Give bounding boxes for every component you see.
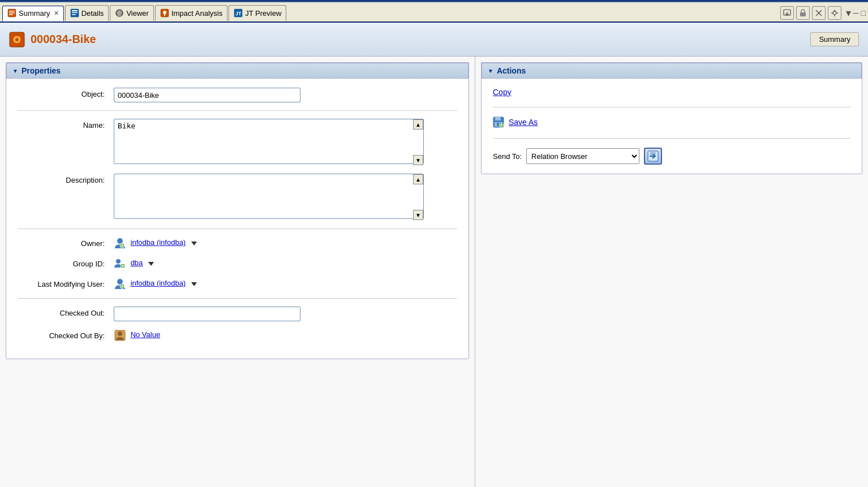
tab-summary-close[interactable]: ✕	[54, 10, 59, 17]
toolbar-close-btn[interactable]	[812, 6, 826, 20]
actions-divider-1	[493, 107, 850, 107]
last-modifying-user-value[interactable]: infodba (infodba)	[131, 279, 186, 287]
prop-row-checked-out: Checked Out:	[18, 307, 457, 321]
group-id-icon	[114, 257, 126, 270]
object-label: Object:	[18, 88, 114, 98]
impact-tab-icon	[160, 8, 169, 18]
tab-jt-preview[interactable]: JT JT Preview	[229, 5, 286, 21]
actions-collapse-icon: ▼	[488, 68, 493, 74]
toolbar-settings-btn[interactable]	[828, 6, 841, 20]
send-to-label: Send To:	[493, 152, 522, 161]
svg-rect-1	[9, 11, 15, 12]
owner-value-container: infodba (infodba)	[114, 237, 457, 249]
description-textarea[interactable]	[114, 174, 424, 219]
minimize-btn[interactable]: ─	[853, 8, 859, 18]
tab-impact-analysis-label: Impact Analysis	[171, 9, 222, 18]
checked-out-by-label: Checked Out By:	[18, 329, 114, 340]
svg-point-12	[163, 11, 166, 14]
separator-2	[18, 229, 457, 229]
properties-section-header[interactable]: ▼ Properties	[6, 63, 469, 79]
send-to-go-button[interactable]	[644, 148, 662, 165]
owner-value[interactable]: infodba (infodba)	[131, 238, 186, 247]
tab-impact-analysis[interactable]: Impact Analysis	[155, 5, 227, 21]
svg-rect-2	[9, 12, 15, 14]
toolbar-lock-btn[interactable]	[796, 6, 810, 20]
svg-rect-51	[650, 152, 656, 155]
details-tab-icon	[70, 8, 79, 18]
prop-row-checked-out-by: Checked Out By: No Value	[18, 329, 457, 342]
actions-section-header[interactable]: ▼ Actions	[482, 63, 862, 79]
svg-rect-13	[164, 14, 165, 16]
svg-rect-5	[72, 10, 78, 11]
object-input[interactable]	[114, 88, 300, 102]
description-textarea-wrapper: ▲ ▼	[114, 174, 424, 221]
name-scroll-down[interactable]: ▼	[413, 155, 423, 165]
prop-row-object: Object:	[18, 88, 457, 102]
summary-button[interactable]: Summary	[810, 32, 859, 46]
maximize-btn[interactable]: □	[861, 8, 866, 18]
svg-rect-6	[72, 12, 78, 14]
svg-point-28	[15, 38, 19, 41]
save-as-link[interactable]: Save As	[509, 118, 538, 127]
name-textarea-wrapper: Bike ▲ ▼	[114, 119, 424, 166]
description-scroll-down[interactable]: ▼	[413, 210, 423, 220]
left-panel: ▼ Properties Object: Name:	[0, 57, 475, 487]
svg-point-33	[116, 259, 121, 264]
svg-point-42	[118, 331, 122, 336]
summary-tab-icon	[7, 8, 16, 18]
description-scroll-up[interactable]: ▲	[413, 174, 423, 184]
checked-out-label: Checked Out:	[18, 307, 114, 317]
page-title: 000034-Bike	[31, 33, 96, 46]
properties-collapse-icon: ▼	[12, 68, 18, 74]
name-textarea[interactable]: Bike	[114, 119, 424, 164]
right-panel: ▼ Actions Copy	[475, 57, 868, 487]
svg-text:JT: JT	[235, 11, 242, 16]
jt-tab-icon: JT	[234, 8, 243, 18]
actions-section: ▼ Actions Copy	[481, 62, 862, 174]
tab-summary[interactable]: Summary ✕	[2, 6, 64, 21]
svg-rect-44	[495, 117, 501, 120]
panels: ▼ Properties Object: Name:	[0, 57, 868, 487]
tab-summary-label: Summary	[19, 9, 50, 18]
tab-viewer[interactable]: Viewer	[110, 5, 154, 21]
last-modifying-user-icon	[114, 278, 126, 290]
save-as-icon	[493, 117, 504, 128]
properties-body: Object: Name: Bike ▲	[6, 79, 469, 359]
action-row-save-as: Save As	[493, 117, 850, 128]
svg-rect-7	[72, 14, 76, 15]
page-object-icon	[9, 32, 25, 48]
checked-out-input[interactable]	[114, 307, 300, 321]
owner-dropdown[interactable]	[191, 242, 197, 245]
name-label: Name:	[18, 119, 114, 130]
description-label: Description:	[18, 174, 114, 184]
group-id-dropdown[interactable]	[148, 262, 154, 266]
dropdown-arrow-btn[interactable]: ▾	[846, 7, 851, 19]
group-id-value[interactable]: dba	[131, 258, 143, 267]
prop-row-name: Name: Bike ▲ ▼	[18, 119, 457, 166]
name-scroll-up[interactable]: ▲	[413, 119, 423, 130]
actions-body: Copy	[482, 79, 862, 174]
prop-row-group-id: Group ID: dba	[18, 257, 457, 270]
tab-bar: Summary ✕ Details Viewer	[0, 2, 868, 23]
name-value-container: Bike ▲ ▼	[114, 119, 457, 166]
action-row-copy: Copy	[493, 88, 850, 97]
send-to-select[interactable]: Relation Browser Structure Manager Viewe…	[526, 148, 639, 164]
page-header: 000034-Bike Summary	[0, 23, 868, 57]
owner-user-icon	[114, 237, 126, 249]
main-content: 000034-Bike Summary ▼ Properties Object:	[0, 23, 868, 487]
last-modifying-user-dropdown[interactable]	[191, 282, 197, 286]
last-modifying-user-label: Last Modifying User:	[18, 278, 114, 288]
copy-link[interactable]: Copy	[493, 88, 512, 97]
group-id-label: Group ID:	[18, 257, 114, 268]
name-scrollbar: ▲ ▼	[413, 119, 423, 165]
svg-rect-3	[9, 14, 13, 15]
object-value-container	[114, 88, 457, 102]
svg-rect-18	[800, 12, 806, 16]
checked-out-by-icon	[114, 329, 126, 342]
toolbar-export-btn[interactable]	[780, 6, 794, 20]
tab-details[interactable]: Details	[65, 5, 109, 21]
tab-details-label: Details	[81, 9, 104, 18]
last-modifying-user-value-container: infodba (infodba)	[114, 278, 457, 290]
checked-out-by-value[interactable]: No Value	[131, 330, 161, 339]
actions-divider-2	[493, 138, 850, 139]
